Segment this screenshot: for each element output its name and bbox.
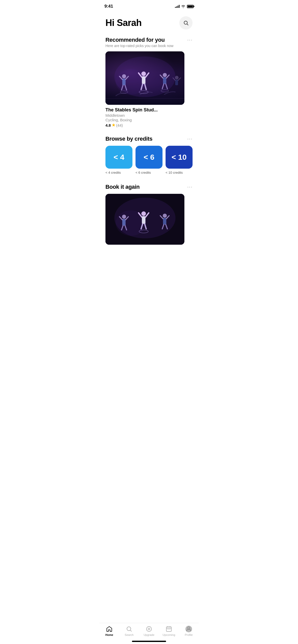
svg-rect-47 xyxy=(163,218,166,225)
browse-credits-section: Browse by credits ··· < 4 < 4 credits < … xyxy=(105,136,193,174)
svg-rect-41 xyxy=(122,219,126,226)
rating-count: (44) xyxy=(116,123,123,127)
main-content: Hi Sarah Recommended for you Here are to… xyxy=(99,11,199,268)
credit-card-4[interactable]: < 4 < 4 credits xyxy=(105,146,132,174)
credit-label-6: < 6 credits xyxy=(136,171,162,174)
svg-rect-20 xyxy=(163,77,166,84)
credit-label-4: < 4 credits xyxy=(105,171,132,174)
search-icon xyxy=(183,20,189,26)
recommended-section-header: Recommended for you Here are top-rated p… xyxy=(105,37,193,48)
svg-point-26 xyxy=(175,76,179,79)
credit-label-10: < 10 credits xyxy=(166,171,193,174)
credit-card-box-6: < 6 xyxy=(136,146,162,169)
credit-card-box-10: < 10 xyxy=(166,146,193,169)
recommended-card-image xyxy=(105,51,184,105)
star-icon: ★ xyxy=(112,123,115,127)
recommended-subtitle: Here are top-rated picks you can book no… xyxy=(105,44,173,48)
battery-icon xyxy=(187,5,194,8)
status-time: 9:41 xyxy=(104,4,113,9)
credit-card-6[interactable]: < 6 < 6 credits xyxy=(136,146,162,174)
book-again-image xyxy=(105,194,184,245)
search-button[interactable] xyxy=(179,16,193,30)
book-again-title: Book it again xyxy=(105,184,140,190)
book-again-card[interactable] xyxy=(105,194,193,245)
svg-rect-27 xyxy=(175,80,178,85)
card-rating: 4.8 ★ (44) xyxy=(105,123,193,127)
credit-number-4: < 4 xyxy=(114,153,125,162)
svg-point-5 xyxy=(141,71,146,76)
rating-value: 4.8 xyxy=(105,123,111,127)
credit-card-box-4: < 4 xyxy=(105,146,132,169)
recommended-card[interactable]: The Stables Spin Stud... Middletown Cycl… xyxy=(105,51,193,127)
book-again-illustration xyxy=(105,194,184,245)
credits-grid: < 4 < 4 credits < 6 < 6 credits < 10 < 1… xyxy=(105,146,193,174)
card-name: The Stables Spin Stud... xyxy=(105,107,193,113)
svg-point-19 xyxy=(163,73,167,77)
svg-point-40 xyxy=(122,215,126,219)
card-location: Middletown xyxy=(105,113,193,118)
book-again-section: Book it again ··· xyxy=(105,184,193,245)
svg-point-33 xyxy=(141,211,146,216)
cycling-scene-illustration xyxy=(105,51,184,105)
card-type: Cycling, Boxing xyxy=(105,118,193,122)
status-icons xyxy=(175,5,194,8)
recommended-title: Recommended for you xyxy=(105,37,173,43)
browse-credits-more-button[interactable]: ··· xyxy=(187,136,193,142)
wifi-icon xyxy=(181,5,185,8)
header-row: Hi Sarah xyxy=(105,16,193,30)
svg-line-1 xyxy=(187,24,188,25)
status-bar: 9:41 xyxy=(99,0,199,11)
signal-icon xyxy=(175,5,180,8)
browse-credits-title: Browse by credits xyxy=(105,136,152,142)
credit-number-10: < 10 xyxy=(171,153,186,162)
svg-point-46 xyxy=(163,214,167,218)
svg-rect-13 xyxy=(122,79,126,85)
credit-card-10[interactable]: < 10 < 10 credits xyxy=(166,146,193,174)
svg-point-12 xyxy=(122,74,126,78)
credit-number-6: < 6 xyxy=(144,153,155,162)
greeting: Hi Sarah xyxy=(105,18,142,28)
book-again-more-button[interactable]: ··· xyxy=(187,184,193,190)
recommended-more-button[interactable]: ··· xyxy=(187,37,193,43)
svg-point-0 xyxy=(184,21,187,24)
